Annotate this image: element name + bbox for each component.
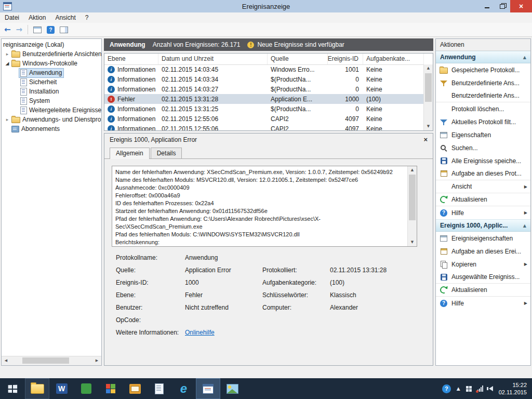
volume-icon[interactable]: [489, 386, 493, 391]
taskbar-notepad[interactable]: [147, 378, 171, 399]
menu-datei[interactable]: Datei: [0, 12, 24, 23]
expand-icon[interactable]: ▸: [4, 51, 10, 57]
action-save-all-events[interactable]: Alle Ereignisse speiche...: [436, 154, 530, 167]
tree-item-custom-views[interactable]: ▸ Benutzerdefinierte Ansichten: [2, 49, 101, 59]
event-row[interactable]: Informationen 02.11.2015 13:31:25 $(Prod…: [104, 104, 424, 114]
tab-allgemein[interactable]: Allgemein: [110, 148, 150, 159]
taskbar-internet-explorer[interactable]: e: [171, 378, 196, 399]
tree-item-abonnements[interactable]: ▸ Abonnements: [2, 124, 101, 134]
taskbar-green-app[interactable]: [74, 378, 98, 399]
close-detail-icon[interactable]: ×: [423, 136, 428, 143]
collapse-section-icon[interactable]: ▲: [523, 223, 526, 228]
horizontal-scrollbar[interactable]: ◀ ▶: [2, 356, 101, 365]
taskbar-explorer[interactable]: [25, 378, 49, 399]
tab-details[interactable]: Details: [151, 148, 182, 158]
action-copy[interactable]: Kopieren▶: [436, 258, 530, 271]
event-row-selected[interactable]: Fehler 02.11.2015 13:31:28 Application E…: [104, 94, 424, 104]
column-aufgabenkategorie[interactable]: Aufgabenkate...: [363, 54, 424, 64]
collapse-icon[interactable]: ◢: [4, 61, 10, 66]
taskbar-paint[interactable]: [220, 378, 245, 399]
taskbar-event-viewer[interactable]: [196, 378, 220, 399]
column-ebene[interactable]: Ebene: [104, 54, 158, 64]
tree-item-root[interactable]: reignisanzeige (Lokal): [2, 40, 101, 49]
action-refresh-event[interactable]: Aktualisieren: [436, 284, 530, 297]
taskbar-colorful-app[interactable]: [98, 378, 123, 399]
taskbar-clock[interactable]: 15:22 02.11.2015: [499, 381, 527, 396]
action-properties[interactable]: Eigenschaften: [436, 128, 530, 141]
action-attach-task[interactable]: Aufgabe an dieses Prot...: [436, 167, 530, 180]
event-row[interactable]: Informationen 02.11.2015 14:03:27 $(Prod…: [104, 84, 424, 94]
column-ereignis-id[interactable]: Ereignis-ID: [328, 54, 363, 64]
tree-item-anwendung[interactable]: Anwendung: [2, 68, 101, 77]
minimize-button[interactable]: [479, 0, 495, 12]
tree-item-weitergeleitete[interactable]: Weitergeleitete Ereignisse: [2, 105, 101, 115]
tree-item-windows-logs[interactable]: ◢ Windows-Protokolle: [2, 59, 101, 68]
restore-button[interactable]: [495, 0, 510, 12]
menu-aktion[interactable]: Aktion: [24, 12, 50, 23]
taskbar-mail[interactable]: [123, 378, 147, 399]
event-row[interactable]: Informationen 02.11.2015 14:03:34 $(Prod…: [104, 74, 424, 84]
action-filter-current-log[interactable]: Aktuelles Protokoll filt...: [436, 115, 530, 128]
event-description-box[interactable]: Name der fehlerhaften Anwendung: XSecCmd…: [112, 166, 417, 247]
back-button[interactable]: ←: [4, 26, 11, 34]
description-scrollbar[interactable]: ▲ ▼: [407, 166, 417, 246]
close-button[interactable]: ×: [510, 0, 532, 12]
clock-date: 02.11.2015: [499, 389, 527, 396]
tray-tiles-icon[interactable]: [466, 386, 472, 392]
show-console-tree-button[interactable]: [33, 26, 42, 33]
collapse-section-icon[interactable]: ▲: [523, 55, 526, 60]
show-action-pane-button[interactable]: [60, 26, 68, 33]
information-icon: [108, 66, 115, 73]
expand-icon[interactable]: ▸: [4, 117, 10, 122]
action-view[interactable]: Ansicht▶: [436, 180, 530, 193]
action-help-event[interactable]: Hilfe▶: [436, 297, 530, 310]
action-refresh[interactable]: Aktualisieren: [436, 193, 530, 206]
actions-section-event[interactable]: Ereignis 1000, Applic... ▲: [436, 219, 530, 232]
menu-ansicht[interactable]: Ansicht: [50, 12, 80, 23]
tray-help-icon[interactable]: ?: [442, 384, 451, 393]
event-row[interactable]: Informationen 02.11.2015 12:55:06 CAPI2 …: [104, 114, 424, 124]
actions-section-anwendung[interactable]: Anwendung ▲: [436, 51, 530, 63]
action-help[interactable]: Hilfe▶: [436, 206, 530, 219]
scroll-right-icon[interactable]: ▶: [92, 356, 101, 365]
scrollbar-thumb[interactable]: [22, 357, 69, 364]
show-hidden-icons[interactable]: ▲: [457, 386, 460, 391]
network-icon[interactable]: [477, 385, 483, 392]
task-icon: [441, 170, 447, 177]
onlinehilfe-link[interactable]: Onlinehilfe: [185, 329, 215, 336]
action-saved-logs[interactable]: Gespeicherte Protokoll...: [436, 63, 530, 76]
action-event-properties[interactable]: Ereigniseigenschaften: [436, 232, 530, 245]
event-row[interactable]: Informationen 02.11.2015 14:03:45 Window…: [104, 64, 424, 74]
tree-item-system[interactable]: System: [2, 96, 101, 105]
error-icon: [108, 96, 115, 103]
scroll-left-icon[interactable]: ◀: [2, 356, 10, 365]
log-header-bar: Anwendung Anzahl von Ereignissen: 26.171…: [104, 38, 433, 51]
action-clear-log[interactable]: Protokoll löschen...: [436, 102, 530, 115]
scroll-down-icon[interactable]: ▼: [424, 123, 433, 130]
scroll-down-icon[interactable]: ▼: [408, 238, 417, 246]
help-button[interactable]: ?: [47, 26, 55, 34]
column-datum[interactable]: Datum und Uhrzeit: [158, 54, 268, 64]
action-attach-task-to-event[interactable]: Aufgabe an dieses Erei...: [436, 245, 530, 258]
forward-button[interactable]: →: [16, 26, 23, 34]
taskbar-word[interactable]: W: [49, 378, 74, 399]
scrollbar-thumb[interactable]: [409, 175, 416, 220]
event-row[interactable]: Informationen 02.11.2015 12:55:06 CAPI2 …: [104, 124, 424, 130]
action-save-selected-events[interactable]: Ausgewählte Ereigniss...: [436, 271, 530, 284]
scroll-up-icon[interactable]: ▲: [408, 166, 417, 174]
submenu-arrow-icon: ▶: [524, 184, 527, 189]
tree-item-installation[interactable]: Installation: [2, 87, 101, 96]
action-find[interactable]: Suchen...: [436, 141, 530, 154]
tree-item-sicherheit[interactable]: Sicherheit: [2, 77, 101, 87]
field-label: Protokollname:: [116, 254, 157, 261]
action-import-custom-view[interactable]: Benutzerdefinierte Ans...: [436, 89, 530, 102]
vertical-scrollbar[interactable]: ▲ ▼: [423, 64, 433, 130]
column-quelle[interactable]: Quelle: [268, 54, 328, 64]
scrollbar-thumb[interactable]: [425, 73, 432, 102]
action-create-custom-view[interactable]: Benutzerdefinierte Ans...: [436, 76, 530, 89]
log-icon: [20, 88, 27, 96]
start-button[interactable]: [0, 378, 25, 399]
tree-item-app-service-logs[interactable]: ▸ Anwendungs- und Dienstprotokoll: [2, 115, 101, 124]
scroll-up-icon[interactable]: ▲: [424, 64, 433, 72]
menu-hilfe[interactable]: ?: [81, 12, 94, 23]
